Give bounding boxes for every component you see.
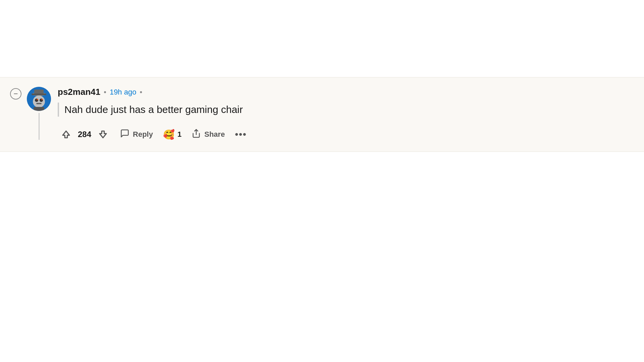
comment-actions: 284 bbox=[58, 127, 634, 142]
share-label: Share bbox=[204, 130, 225, 139]
share-button[interactable]: Share bbox=[187, 127, 229, 142]
vote-group: 284 bbox=[58, 127, 111, 141]
share-icon bbox=[192, 129, 201, 140]
svg-point-8 bbox=[41, 99, 43, 100]
svg-point-7 bbox=[37, 99, 38, 100]
downvote-button[interactable] bbox=[95, 127, 111, 141]
collapse-button-wrapper: − bbox=[10, 87, 21, 100]
avatar-column bbox=[27, 87, 51, 140]
svg-rect-14 bbox=[34, 107, 44, 111]
reaction-count: 1 bbox=[177, 130, 181, 139]
comment-body: ps2man41 • 19h ago • Nah dude just has a… bbox=[58, 87, 634, 142]
downvote-icon bbox=[98, 129, 108, 139]
vote-count: 284 bbox=[78, 130, 91, 139]
comment-inner: − bbox=[0, 87, 644, 142]
svg-point-6 bbox=[40, 99, 43, 102]
comment-section: − bbox=[0, 77, 644, 152]
page-wrapper: − bbox=[0, 0, 644, 362]
svg-rect-3 bbox=[32, 94, 46, 95]
comment-text: Nah dude just has a better gaming chair bbox=[58, 103, 634, 117]
timestamp[interactable]: 19h ago bbox=[110, 88, 137, 97]
dot-separator-2: • bbox=[140, 88, 142, 97]
svg-point-4 bbox=[33, 96, 45, 108]
username: ps2man41 bbox=[58, 87, 100, 97]
thread-line bbox=[39, 113, 40, 140]
avatar-image bbox=[27, 87, 51, 111]
reaction-button[interactable]: 🥰 1 bbox=[160, 127, 185, 142]
collapse-button[interactable]: − bbox=[10, 88, 21, 100]
reply-icon bbox=[120, 129, 129, 140]
upvote-button[interactable] bbox=[58, 127, 74, 141]
reply-label: Reply bbox=[133, 130, 153, 139]
avatar bbox=[27, 87, 51, 111]
upvote-icon bbox=[61, 129, 71, 139]
svg-point-5 bbox=[35, 99, 38, 102]
comment-header: ps2man41 • 19h ago • bbox=[58, 87, 634, 97]
reaction-emoji: 🥰 bbox=[163, 129, 175, 140]
more-options-button[interactable]: ••• bbox=[231, 127, 250, 142]
reply-button[interactable]: Reply bbox=[115, 127, 158, 142]
more-options-icon: ••• bbox=[235, 129, 247, 140]
dot-separator-1: • bbox=[104, 88, 106, 97]
